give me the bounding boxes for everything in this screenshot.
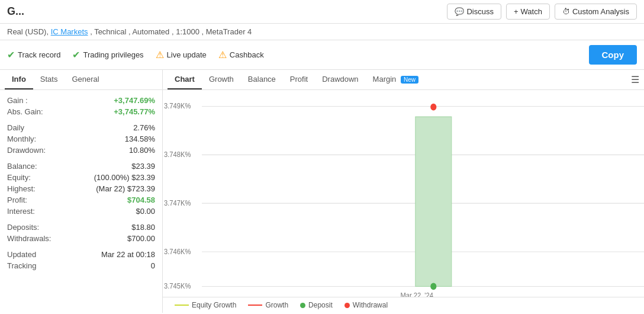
left-panel: Info Stats General Gain : +3,747.69% Abs… <box>0 70 163 313</box>
chart-icon: ⏱ <box>562 7 570 16</box>
equity-growth-label: Equity Growth <box>192 301 236 309</box>
chart-tab-drawdown[interactable]: Drawdown <box>315 70 365 89</box>
daily-value: 2.76% <box>133 123 155 132</box>
discuss-icon: 💬 <box>455 7 464 16</box>
interest-value: $0.00 <box>136 207 155 216</box>
top-actions: 💬 Discuss + Watch ⏱ Custom Analysis <box>447 4 637 20</box>
updated-value: Mar 22 at 00:18 <box>101 250 155 259</box>
tracking-row: Tracking 0 <box>7 260 155 271</box>
legend-growth: Growth <box>248 301 288 309</box>
monthly-label: Monthly: <box>7 134 36 143</box>
svg-text:3.748K%: 3.748K% <box>164 150 191 159</box>
discuss-button[interactable]: 💬 Discuss <box>447 4 501 20</box>
badges-row: ✔ Track record ✔ Trading privileges ⚠ Li… <box>0 40 644 70</box>
chart-tab-chart[interactable]: Chart <box>168 70 202 89</box>
interest-label: Interest: <box>7 207 35 216</box>
drawdown-label: Drawdown: <box>7 146 46 155</box>
interest-row: Interest: $0.00 <box>7 206 155 217</box>
balance-value: $23.39 <box>131 162 155 171</box>
check-icon-track: ✔ <box>7 49 15 60</box>
svg-text:3.746K%: 3.746K% <box>164 247 191 256</box>
plus-icon: + <box>514 7 519 16</box>
monthly-value: 134.58% <box>125 134 155 143</box>
left-tabs: Info Stats General <box>0 70 162 90</box>
deposits-label: Deposits: <box>7 223 39 232</box>
badge-live-update: ⚠ Live update <box>156 49 207 60</box>
svg-text:Mar 22, '24: Mar 22, '24 <box>400 291 433 297</box>
chart-tab-margin[interactable]: Margin New <box>366 70 426 89</box>
drawdown-value: 10.80% <box>129 146 155 155</box>
updated-label: Updated <box>7 250 36 259</box>
gain-value: +3,747.69% <box>114 96 155 105</box>
updated-row: Updated Mar 22 at 00:18 <box>7 249 155 260</box>
svg-text:3.747K%: 3.747K% <box>164 198 191 207</box>
page-title: G... <box>7 5 24 18</box>
drawdown-row: Drawdown: 10.80% <box>7 145 155 156</box>
gain-label: Gain : <box>7 96 28 105</box>
deposits-row: Deposits: $18.80 <box>7 222 155 233</box>
new-badge: New <box>401 76 418 84</box>
watch-button[interactable]: + Watch <box>506 4 550 20</box>
copy-button[interactable]: Copy <box>589 45 637 65</box>
highest-row: Highest: (Mar 22) $723.39 <box>7 183 155 194</box>
balance-label: Balance: <box>7 162 37 171</box>
deposits-value: $18.80 <box>131 223 155 232</box>
growth-line <box>248 305 262 306</box>
withdrawals-value: $700.00 <box>127 234 155 243</box>
monthly-row: Monthly: 134.58% <box>7 133 155 145</box>
chart-area: 3.749K% 3.748K% 3.747K% 3.746K% 3.745K% <box>163 90 644 297</box>
abs-gain-label: Abs. Gain: <box>7 107 43 116</box>
tracking-label: Tracking <box>7 261 36 270</box>
chart-tabs-row: Chart Growth Balance Profit Drawdown Mar… <box>163 70 644 90</box>
legend-withdrawal: Withdrawal <box>344 301 388 309</box>
chart-tab-balance[interactable]: Balance <box>241 70 283 89</box>
deposit-dot <box>430 283 436 290</box>
withdrawal-legend-dot <box>344 303 350 308</box>
abs-gain-value: +3,745.77% <box>114 107 155 116</box>
daily-label: Daily <box>7 123 24 132</box>
warn-icon-cashback: ⚠ <box>218 49 227 60</box>
withdrawals-label: Withdrawals: <box>7 234 51 243</box>
sub-header: Real (USD), IC Markets , Technical , Aut… <box>0 24 644 40</box>
abs-gain-row: Abs. Gain: +3,745.77% <box>7 106 155 117</box>
highest-value: (Mar 22) $723.39 <box>96 184 155 193</box>
legend-equity-growth: Equity Growth <box>175 301 236 309</box>
equity-value: (100.00%) $23.39 <box>94 173 155 182</box>
right-panel: Chart Growth Balance Profit Drawdown Mar… <box>163 70 644 313</box>
deposit-legend-dot <box>300 303 305 308</box>
gain-row: Gain : +3,747.69% <box>7 95 155 106</box>
chart-tab-profit[interactable]: Profit <box>283 70 315 89</box>
check-icon-trading: ✔ <box>72 49 80 60</box>
custom-analysis-button[interactable]: ⏱ Custom Analysis <box>555 4 637 20</box>
withdrawal-dot <box>430 104 436 111</box>
chart-svg: 3.749K% 3.748K% 3.747K% 3.746K% 3.745K% <box>163 96 644 297</box>
broker-link[interactable]: IC Markets <box>51 27 88 36</box>
warn-icon-live: ⚠ <box>156 49 164 60</box>
svg-text:3.749K%: 3.749K% <box>164 101 191 110</box>
chart-bar <box>416 117 452 286</box>
daily-row: Daily 2.76% <box>7 122 155 133</box>
settings-icon[interactable]: ☰ <box>631 74 639 85</box>
profit-label: Profit: <box>7 196 27 204</box>
badge-trading-privileges: ✔ Trading privileges <box>72 49 143 60</box>
withdrawal-label: Withdrawal <box>353 301 388 309</box>
tracking-value: 0 <box>151 261 155 270</box>
equity-growth-line <box>175 305 189 306</box>
withdrawals-row: Withdrawals: $700.00 <box>7 233 155 244</box>
chart-tab-growth[interactable]: Growth <box>202 70 241 89</box>
deposit-label: Deposit <box>308 301 333 309</box>
legend-deposit: Deposit <box>300 301 333 309</box>
tab-general[interactable]: General <box>65 70 106 89</box>
main-layout: Info Stats General Gain : +3,747.69% Abs… <box>0 70 644 313</box>
svg-text:3.745K%: 3.745K% <box>164 281 191 290</box>
highest-label: Highest: <box>7 184 36 193</box>
badge-cashback: ⚠ Cashback <box>218 49 264 60</box>
profit-value: $704.58 <box>127 196 155 204</box>
tab-info[interactable]: Info <box>5 70 33 89</box>
badge-track-record: ✔ Track record <box>7 49 60 60</box>
equity-row: Equity: (100.00%) $23.39 <box>7 172 155 183</box>
balance-row: Balance: $23.39 <box>7 161 155 172</box>
chart-legend: Equity Growth Growth Deposit Withdrawal <box>163 297 644 313</box>
tab-stats[interactable]: Stats <box>33 70 65 89</box>
info-panel: Gain : +3,747.69% Abs. Gain: +3,745.77% … <box>0 90 162 313</box>
